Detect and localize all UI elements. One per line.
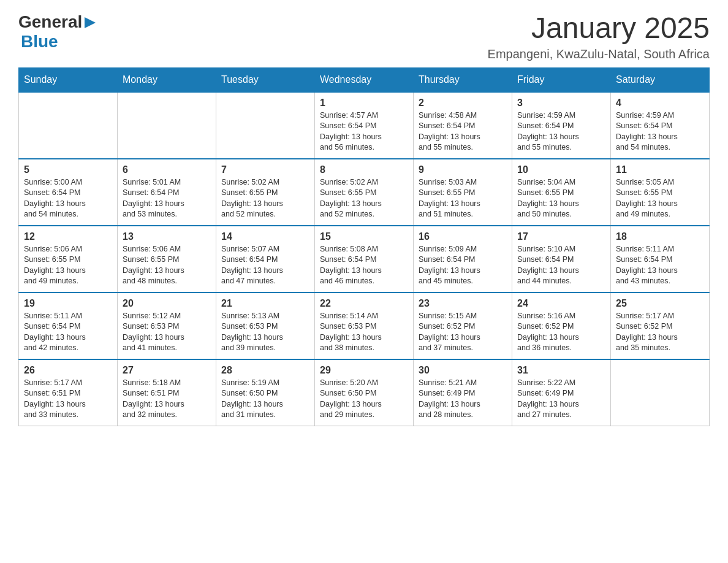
day-info: Sunrise: 5:16 AM Sunset: 6:52 PM Dayligh… [517,311,605,354]
day-number: 16 [419,231,507,242]
day-info: Sunrise: 5:17 AM Sunset: 6:52 PM Dayligh… [616,311,704,354]
calendar-cell: 17Sunrise: 5:10 AM Sunset: 6:54 PM Dayli… [512,226,611,293]
calendar-cell: 14Sunrise: 5:07 AM Sunset: 6:54 PM Dayli… [216,226,315,293]
calendar-cell: 22Sunrise: 5:14 AM Sunset: 6:53 PM Dayli… [315,293,414,359]
calendar-cell: 11Sunrise: 5:05 AM Sunset: 6:55 PM Dayli… [611,159,710,226]
day-number: 11 [616,164,704,175]
calendar-cell: 15Sunrise: 5:08 AM Sunset: 6:54 PM Dayli… [315,226,414,293]
day-info: Sunrise: 5:08 AM Sunset: 6:54 PM Dayligh… [320,244,408,287]
day-number: 4 [616,98,704,109]
calendar-col-header: Thursday [414,67,512,92]
day-info: Sunrise: 5:02 AM Sunset: 6:55 PM Dayligh… [320,177,408,220]
calendar-week-row: 1Sunrise: 4:57 AM Sunset: 6:54 PM Daylig… [19,92,710,159]
calendar-cell: 1Sunrise: 4:57 AM Sunset: 6:54 PM Daylig… [315,92,414,159]
day-info: Sunrise: 4:59 AM Sunset: 6:54 PM Dayligh… [517,110,605,153]
day-number: 12 [24,231,112,242]
month-title: January 2025 [488,12,710,45]
calendar-body: 1Sunrise: 4:57 AM Sunset: 6:54 PM Daylig… [19,92,710,426]
calendar-cell: 19Sunrise: 5:11 AM Sunset: 6:54 PM Dayli… [19,293,118,359]
calendar-cell: 2Sunrise: 4:58 AM Sunset: 6:54 PM Daylig… [414,92,512,159]
day-number: 19 [24,298,112,309]
calendar-col-header: Sunday [19,67,118,92]
day-number: 27 [123,365,211,376]
day-info: Sunrise: 5:00 AM Sunset: 6:54 PM Dayligh… [24,177,112,220]
calendar-cell: 16Sunrise: 5:09 AM Sunset: 6:54 PM Dayli… [414,226,512,293]
day-info: Sunrise: 5:07 AM Sunset: 6:54 PM Dayligh… [221,244,309,287]
calendar-cell: 6Sunrise: 5:01 AM Sunset: 6:54 PM Daylig… [118,159,216,226]
calendar-cell: 13Sunrise: 5:06 AM Sunset: 6:55 PM Dayli… [118,226,216,293]
location-subtitle: Empangeni, KwaZulu-Natal, South Africa [488,47,710,61]
day-number: 31 [517,365,605,376]
day-info: Sunrise: 5:10 AM Sunset: 6:54 PM Dayligh… [517,244,605,287]
day-info: Sunrise: 5:06 AM Sunset: 6:55 PM Dayligh… [123,244,211,287]
day-info: Sunrise: 5:15 AM Sunset: 6:52 PM Dayligh… [419,311,507,354]
logo-general-text: General [18,12,82,32]
day-info: Sunrise: 5:05 AM Sunset: 6:55 PM Dayligh… [616,177,704,220]
day-number: 9 [419,164,507,175]
day-info: Sunrise: 5:18 AM Sunset: 6:51 PM Dayligh… [123,378,211,421]
day-number: 7 [221,164,309,175]
svg-marker-0 [85,17,96,28]
calendar-cell: 29Sunrise: 5:20 AM Sunset: 6:50 PM Dayli… [315,359,414,426]
calendar-cell: 3Sunrise: 4:59 AM Sunset: 6:54 PM Daylig… [512,92,611,159]
calendar-cell: 28Sunrise: 5:19 AM Sunset: 6:50 PM Dayli… [216,359,315,426]
day-number: 8 [320,164,408,175]
calendar-cell: 4Sunrise: 4:59 AM Sunset: 6:54 PM Daylig… [611,92,710,159]
day-info: Sunrise: 5:19 AM Sunset: 6:50 PM Dayligh… [221,378,309,421]
day-info: Sunrise: 5:21 AM Sunset: 6:49 PM Dayligh… [419,378,507,421]
calendar-cell [118,92,216,159]
day-info: Sunrise: 5:14 AM Sunset: 6:53 PM Dayligh… [320,311,408,354]
day-number: 6 [123,164,211,175]
calendar-cell: 30Sunrise: 5:21 AM Sunset: 6:49 PM Dayli… [414,359,512,426]
calendar-cell [216,92,315,159]
day-number: 21 [221,298,309,309]
day-number: 2 [419,98,507,109]
day-info: Sunrise: 5:09 AM Sunset: 6:54 PM Dayligh… [419,244,507,287]
calendar-cell: 31Sunrise: 5:22 AM Sunset: 6:49 PM Dayli… [512,359,611,426]
day-info: Sunrise: 4:59 AM Sunset: 6:54 PM Dayligh… [616,110,704,153]
day-info: Sunrise: 5:11 AM Sunset: 6:54 PM Dayligh… [24,311,112,354]
day-info: Sunrise: 5:06 AM Sunset: 6:55 PM Dayligh… [24,244,112,287]
day-info: Sunrise: 4:58 AM Sunset: 6:54 PM Dayligh… [419,110,507,153]
calendar-cell [19,92,118,159]
calendar-cell: 23Sunrise: 5:15 AM Sunset: 6:52 PM Dayli… [414,293,512,359]
logo-blue-text: Blue [21,32,58,52]
day-number: 28 [221,365,309,376]
calendar-table: SundayMondayTuesdayWednesdayThursdayFrid… [18,67,710,426]
calendar-cell: 27Sunrise: 5:18 AM Sunset: 6:51 PM Dayli… [118,359,216,426]
day-info: Sunrise: 5:01 AM Sunset: 6:54 PM Dayligh… [123,177,211,220]
page-header: General Blue January 2025 Empangeni, Kwa… [18,12,710,61]
logo-triangle-icon [83,16,97,29]
calendar-cell: 26Sunrise: 5:17 AM Sunset: 6:51 PM Dayli… [19,359,118,426]
day-number: 30 [419,365,507,376]
day-number: 5 [24,164,112,175]
logo: General Blue [18,12,97,52]
day-number: 18 [616,231,704,242]
day-info: Sunrise: 5:03 AM Sunset: 6:55 PM Dayligh… [419,177,507,220]
calendar-col-header: Monday [118,67,216,92]
calendar-header: SundayMondayTuesdayWednesdayThursdayFrid… [19,67,710,92]
calendar-col-header: Tuesday [216,67,315,92]
day-info: Sunrise: 5:22 AM Sunset: 6:49 PM Dayligh… [517,378,605,421]
calendar-week-row: 12Sunrise: 5:06 AM Sunset: 6:55 PM Dayli… [19,226,710,293]
day-info: Sunrise: 5:04 AM Sunset: 6:55 PM Dayligh… [517,177,605,220]
day-info: Sunrise: 5:02 AM Sunset: 6:55 PM Dayligh… [221,177,309,220]
calendar-cell: 12Sunrise: 5:06 AM Sunset: 6:55 PM Dayli… [19,226,118,293]
calendar-cell: 9Sunrise: 5:03 AM Sunset: 6:55 PM Daylig… [414,159,512,226]
day-number: 22 [320,298,408,309]
calendar-cell: 21Sunrise: 5:13 AM Sunset: 6:53 PM Dayli… [216,293,315,359]
day-number: 10 [517,164,605,175]
day-number: 20 [123,298,211,309]
calendar-cell: 25Sunrise: 5:17 AM Sunset: 6:52 PM Dayli… [611,293,710,359]
calendar-week-row: 26Sunrise: 5:17 AM Sunset: 6:51 PM Dayli… [19,359,710,426]
calendar-col-header: Wednesday [315,67,414,92]
calendar-cell: 20Sunrise: 5:12 AM Sunset: 6:53 PM Dayli… [118,293,216,359]
day-number: 25 [616,298,704,309]
day-info: Sunrise: 5:13 AM Sunset: 6:53 PM Dayligh… [221,311,309,354]
calendar-cell: 8Sunrise: 5:02 AM Sunset: 6:55 PM Daylig… [315,159,414,226]
calendar-cell: 5Sunrise: 5:00 AM Sunset: 6:54 PM Daylig… [19,159,118,226]
calendar-col-header: Saturday [611,67,710,92]
day-number: 13 [123,231,211,242]
day-info: Sunrise: 5:20 AM Sunset: 6:50 PM Dayligh… [320,378,408,421]
title-area: January 2025 Empangeni, KwaZulu-Natal, S… [488,12,710,61]
